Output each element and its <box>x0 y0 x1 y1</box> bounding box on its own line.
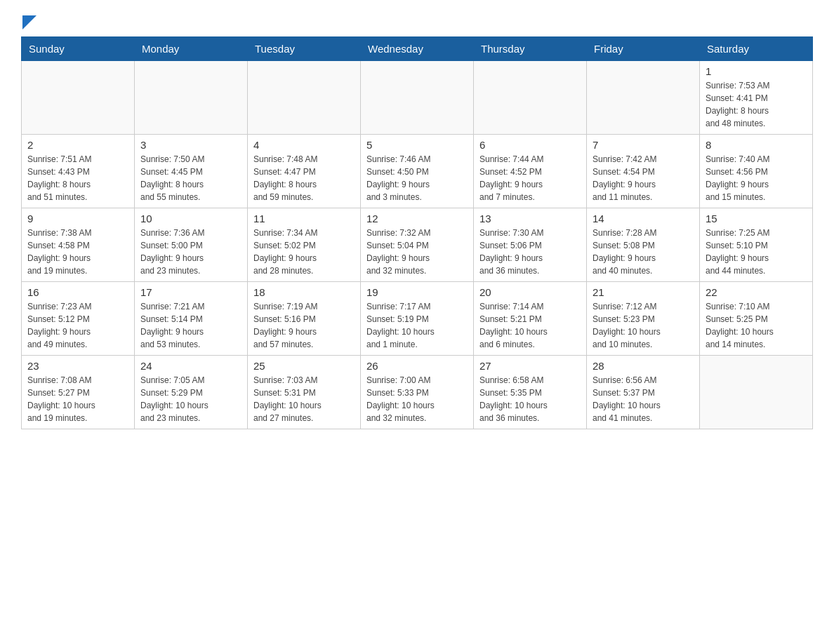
day-number: 3 <box>140 139 241 151</box>
day-info: Sunrise: 7:30 AM Sunset: 5:06 PM Dayligh… <box>479 227 581 277</box>
weekday-header-monday: Monday <box>135 37 248 61</box>
weekday-header-wednesday: Wednesday <box>361 37 474 61</box>
calendar-cell: 23Sunrise: 7:08 AM Sunset: 5:27 PM Dayli… <box>22 356 135 429</box>
calendar-cell: 15Sunrise: 7:25 AM Sunset: 5:10 PM Dayli… <box>700 208 813 282</box>
day-number: 7 <box>593 139 694 151</box>
day-number: 8 <box>706 139 807 151</box>
day-number: 22 <box>706 286 807 298</box>
calendar-week-row: 9Sunrise: 7:38 AM Sunset: 4:58 PM Daylig… <box>22 208 813 282</box>
day-number: 23 <box>27 360 128 372</box>
calendar-cell: 7Sunrise: 7:42 AM Sunset: 4:54 PM Daylig… <box>587 135 700 208</box>
day-info: Sunrise: 7:32 AM Sunset: 5:04 PM Dayligh… <box>366 227 468 277</box>
day-number: 4 <box>253 139 355 151</box>
svg-marker-0 <box>22 15 37 29</box>
day-number: 21 <box>593 286 694 298</box>
day-number: 11 <box>253 213 355 224</box>
calendar-cell: 27Sunrise: 6:58 AM Sunset: 5:35 PM Dayli… <box>474 356 587 429</box>
calendar-table: SundayMondayTuesdayWednesdayThursdayFrid… <box>21 36 813 429</box>
calendar-cell <box>361 61 474 135</box>
logo <box>21 14 37 29</box>
day-number: 2 <box>27 139 128 151</box>
calendar-cell: 5Sunrise: 7:46 AM Sunset: 4:50 PM Daylig… <box>361 135 474 208</box>
weekday-header-row: SundayMondayTuesdayWednesdayThursdayFrid… <box>22 37 813 61</box>
day-number: 19 <box>366 286 468 298</box>
day-number: 13 <box>479 213 581 224</box>
calendar-cell: 17Sunrise: 7:21 AM Sunset: 5:14 PM Dayli… <box>135 282 248 356</box>
day-info: Sunrise: 7:44 AM Sunset: 4:52 PM Dayligh… <box>479 153 581 203</box>
calendar-cell: 26Sunrise: 7:00 AM Sunset: 5:33 PM Dayli… <box>361 356 474 429</box>
calendar-cell <box>248 61 361 135</box>
calendar-cell: 28Sunrise: 6:56 AM Sunset: 5:37 PM Dayli… <box>587 356 700 429</box>
weekday-header-tuesday: Tuesday <box>248 37 361 61</box>
day-info: Sunrise: 7:46 AM Sunset: 4:50 PM Dayligh… <box>366 153 468 203</box>
calendar-cell: 16Sunrise: 7:23 AM Sunset: 5:12 PM Dayli… <box>22 282 135 356</box>
day-number: 14 <box>593 213 694 224</box>
day-info: Sunrise: 7:14 AM Sunset: 5:21 PM Dayligh… <box>479 300 581 351</box>
weekday-header-thursday: Thursday <box>474 37 587 61</box>
calendar-week-row: 2Sunrise: 7:51 AM Sunset: 4:43 PM Daylig… <box>22 135 813 208</box>
calendar-cell: 12Sunrise: 7:32 AM Sunset: 5:04 PM Dayli… <box>361 208 474 282</box>
calendar-cell: 14Sunrise: 7:28 AM Sunset: 5:08 PM Dayli… <box>587 208 700 282</box>
day-number: 6 <box>479 139 581 151</box>
day-number: 28 <box>593 360 694 372</box>
day-info: Sunrise: 7:23 AM Sunset: 5:12 PM Dayligh… <box>27 300 128 351</box>
day-info: Sunrise: 7:21 AM Sunset: 5:14 PM Dayligh… <box>140 300 241 351</box>
weekday-header-saturday: Saturday <box>700 37 813 61</box>
calendar-cell: 10Sunrise: 7:36 AM Sunset: 5:00 PM Dayli… <box>135 208 248 282</box>
day-info: Sunrise: 7:51 AM Sunset: 4:43 PM Dayligh… <box>27 153 128 203</box>
day-info: Sunrise: 7:19 AM Sunset: 5:16 PM Dayligh… <box>253 300 355 351</box>
day-info: Sunrise: 7:17 AM Sunset: 5:19 PM Dayligh… <box>366 300 468 351</box>
day-number: 24 <box>140 360 241 372</box>
page-header <box>21 14 813 29</box>
calendar-cell: 24Sunrise: 7:05 AM Sunset: 5:29 PM Dayli… <box>135 356 248 429</box>
day-info: Sunrise: 7:05 AM Sunset: 5:29 PM Dayligh… <box>140 374 241 424</box>
day-info: Sunrise: 7:40 AM Sunset: 4:56 PM Dayligh… <box>706 153 807 203</box>
day-info: Sunrise: 7:03 AM Sunset: 5:31 PM Dayligh… <box>253 374 355 424</box>
calendar-cell: 18Sunrise: 7:19 AM Sunset: 5:16 PM Dayli… <box>248 282 361 356</box>
calendar-cell: 2Sunrise: 7:51 AM Sunset: 4:43 PM Daylig… <box>22 135 135 208</box>
calendar-week-row: 1Sunrise: 7:53 AM Sunset: 4:41 PM Daylig… <box>22 61 813 135</box>
calendar-cell: 1Sunrise: 7:53 AM Sunset: 4:41 PM Daylig… <box>700 61 813 135</box>
day-info: Sunrise: 7:28 AM Sunset: 5:08 PM Dayligh… <box>593 227 694 277</box>
day-number: 5 <box>366 139 468 151</box>
day-number: 27 <box>479 360 581 372</box>
calendar-week-row: 23Sunrise: 7:08 AM Sunset: 5:27 PM Dayli… <box>22 356 813 429</box>
calendar-cell: 22Sunrise: 7:10 AM Sunset: 5:25 PM Dayli… <box>700 282 813 356</box>
day-number: 18 <box>253 286 355 298</box>
calendar-cell: 25Sunrise: 7:03 AM Sunset: 5:31 PM Dayli… <box>248 356 361 429</box>
day-number: 20 <box>479 286 581 298</box>
calendar-cell <box>700 356 813 429</box>
day-info: Sunrise: 7:25 AM Sunset: 5:10 PM Dayligh… <box>706 227 807 277</box>
weekday-header-sunday: Sunday <box>22 37 135 61</box>
calendar-cell <box>474 61 587 135</box>
day-info: Sunrise: 7:38 AM Sunset: 4:58 PM Dayligh… <box>27 227 128 277</box>
day-info: Sunrise: 7:12 AM Sunset: 5:23 PM Dayligh… <box>593 300 694 351</box>
day-info: Sunrise: 6:58 AM Sunset: 5:35 PM Dayligh… <box>479 374 581 424</box>
calendar-cell: 4Sunrise: 7:48 AM Sunset: 4:47 PM Daylig… <box>248 135 361 208</box>
day-info: Sunrise: 7:36 AM Sunset: 5:00 PM Dayligh… <box>140 227 241 277</box>
weekday-header-friday: Friday <box>587 37 700 61</box>
calendar-cell: 13Sunrise: 7:30 AM Sunset: 5:06 PM Dayli… <box>474 208 587 282</box>
day-info: Sunrise: 7:00 AM Sunset: 5:33 PM Dayligh… <box>366 374 468 424</box>
logo-triangle-icon <box>22 15 37 29</box>
day-number: 1 <box>706 65 807 77</box>
calendar-cell: 11Sunrise: 7:34 AM Sunset: 5:02 PM Dayli… <box>248 208 361 282</box>
calendar-cell: 9Sunrise: 7:38 AM Sunset: 4:58 PM Daylig… <box>22 208 135 282</box>
day-info: Sunrise: 7:08 AM Sunset: 5:27 PM Dayligh… <box>27 374 128 424</box>
day-number: 26 <box>366 360 468 372</box>
day-info: Sunrise: 7:10 AM Sunset: 5:25 PM Dayligh… <box>706 300 807 351</box>
day-info: Sunrise: 7:48 AM Sunset: 4:47 PM Dayligh… <box>253 153 355 203</box>
calendar-cell: 8Sunrise: 7:40 AM Sunset: 4:56 PM Daylig… <box>700 135 813 208</box>
day-info: Sunrise: 7:53 AM Sunset: 4:41 PM Dayligh… <box>706 79 807 130</box>
day-number: 25 <box>253 360 355 372</box>
day-number: 10 <box>140 213 241 224</box>
day-number: 15 <box>706 213 807 224</box>
day-info: Sunrise: 7:34 AM Sunset: 5:02 PM Dayligh… <box>253 227 355 277</box>
day-number: 9 <box>27 213 128 224</box>
calendar-cell: 3Sunrise: 7:50 AM Sunset: 4:45 PM Daylig… <box>135 135 248 208</box>
calendar-week-row: 16Sunrise: 7:23 AM Sunset: 5:12 PM Dayli… <box>22 282 813 356</box>
calendar-cell <box>135 61 248 135</box>
day-number: 16 <box>27 286 128 298</box>
day-info: Sunrise: 6:56 AM Sunset: 5:37 PM Dayligh… <box>593 374 694 424</box>
calendar-cell <box>587 61 700 135</box>
